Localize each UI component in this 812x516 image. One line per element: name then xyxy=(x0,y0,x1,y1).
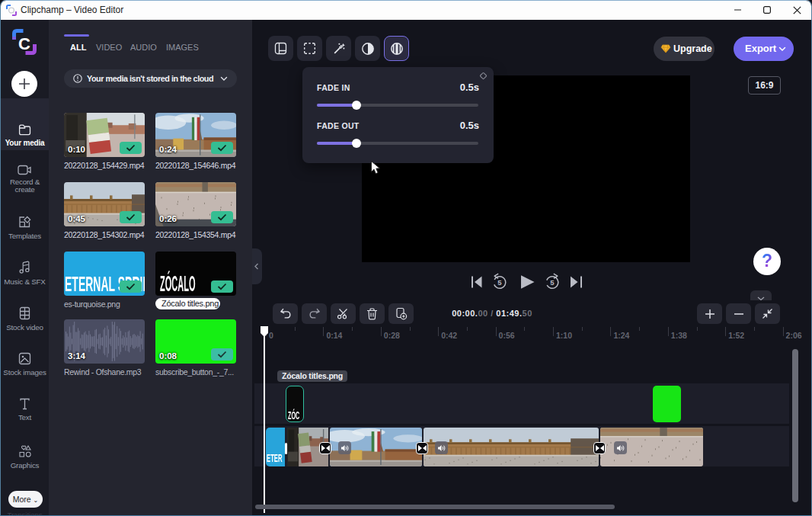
svg-text:C: C xyxy=(18,34,30,53)
svg-text:5: 5 xyxy=(497,278,502,287)
svg-text:5: 5 xyxy=(550,278,555,287)
